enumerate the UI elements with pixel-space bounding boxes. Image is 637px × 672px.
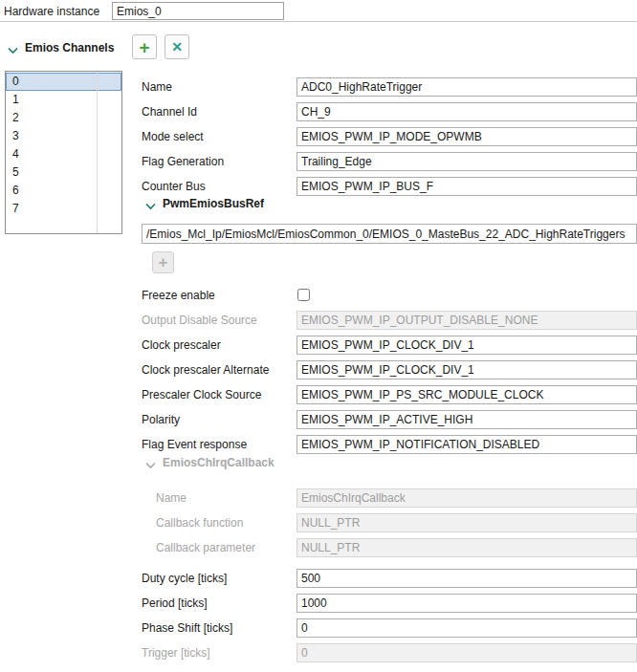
counter-bus-label: Counter Bus xyxy=(142,177,206,196)
mode-select-label: Mode select xyxy=(142,127,204,146)
chevron-down-icon xyxy=(8,44,18,52)
phase-shift-label: Phase Shift [ticks] xyxy=(142,618,232,638)
clock-prescaler-label: Clock prescaler xyxy=(142,336,221,355)
name-input[interactable] xyxy=(297,77,637,97)
channel-id-input[interactable] xyxy=(297,102,637,121)
channel-list-item[interactable]: 1 xyxy=(6,91,121,109)
freeze-enable-checkbox[interactable] xyxy=(297,289,310,301)
duty-cycle-label: Duty cycle [ticks] xyxy=(142,569,227,588)
channel-list-column-divider xyxy=(97,72,98,233)
callback-function-label: Callback function xyxy=(156,513,243,532)
phase-shift-input[interactable] xyxy=(297,618,637,638)
channel-list: 0 1 2 3 4 5 6 7 xyxy=(5,71,122,234)
clock-prescaler-alternate-input[interactable] xyxy=(297,360,637,379)
channel-list-item[interactable]: 5 xyxy=(6,163,121,182)
clock-prescaler-alternate-label: Clock prescaler Alternate xyxy=(142,360,269,379)
prescaler-clock-source-input[interactable] xyxy=(297,385,637,404)
remove-channel-button[interactable]: ✕ xyxy=(165,34,189,59)
callback-function-input xyxy=(297,513,637,532)
duty-cycle-input[interactable] xyxy=(297,569,637,588)
chevron-down-icon xyxy=(145,200,156,207)
emios-ch-irq-callback-toggle[interactable]: EmiosChIrqCallback xyxy=(145,456,275,469)
period-label: Period [ticks] xyxy=(142,594,208,613)
channel-id-label: Channel Id xyxy=(142,102,197,121)
flag-event-response-label: Flag Event response xyxy=(142,435,247,454)
callback-name-label: Name xyxy=(156,488,187,508)
name-label: Name xyxy=(142,77,172,97)
callback-parameter-label: Callback parameter xyxy=(156,538,255,557)
flag-generation-input[interactable] xyxy=(297,152,637,171)
channel-list-item[interactable]: 7 xyxy=(6,200,121,218)
channel-list-item[interactable]: 2 xyxy=(6,109,121,127)
add-channel-button[interactable]: + xyxy=(132,34,157,59)
channel-list-item[interactable]: 0 xyxy=(6,73,121,91)
trigger-input xyxy=(297,643,637,662)
hardware-instance-bar: Hardware instance xyxy=(0,0,637,22)
emios-config-panel: Hardware instance Emios Channels + ✕ 0 1… xyxy=(0,0,637,672)
counter-bus-input[interactable] xyxy=(297,177,637,196)
polarity-label: Polarity xyxy=(142,410,180,429)
freeze-enable-label: Freeze enable xyxy=(142,286,215,305)
emios-ch-irq-callback-title: EmiosChIrqCallback xyxy=(163,456,275,469)
pwm-emios-bus-ref-input[interactable] xyxy=(142,224,637,244)
channel-list-item[interactable]: 4 xyxy=(6,145,121,163)
output-disable-source-label: Output Disable Source xyxy=(142,311,257,330)
hardware-instance-input[interactable] xyxy=(112,2,284,20)
flag-generation-label: Flag Generation xyxy=(142,152,224,171)
pwm-emios-bus-ref-title: PwmEmiosBusRef xyxy=(163,197,264,210)
polarity-input[interactable] xyxy=(297,410,637,429)
mode-select-input[interactable] xyxy=(297,127,637,146)
hardware-instance-label: Hardware instance xyxy=(4,5,99,18)
callback-parameter-input xyxy=(297,538,637,557)
chevron-down-icon xyxy=(145,459,156,466)
add-bus-ref-button[interactable]: + xyxy=(152,251,174,273)
clock-prescaler-input[interactable] xyxy=(297,336,637,355)
pwm-emios-bus-ref-toggle[interactable]: PwmEmiosBusRef xyxy=(145,197,264,210)
callback-name-input xyxy=(297,488,637,508)
channel-list-item[interactable]: 3 xyxy=(6,127,121,145)
flag-event-response-input[interactable] xyxy=(297,435,637,454)
period-input[interactable] xyxy=(297,594,637,613)
trigger-label: Trigger [ticks] xyxy=(142,643,210,662)
emios-channels-title: Emios Channels xyxy=(25,41,114,54)
channel-list-item[interactable]: 6 xyxy=(6,182,121,200)
prescaler-clock-source-label: Prescaler Clock Source xyxy=(142,385,261,404)
emios-channels-section-toggle[interactable]: Emios Channels xyxy=(8,41,114,54)
output-disable-source-input xyxy=(297,311,637,330)
